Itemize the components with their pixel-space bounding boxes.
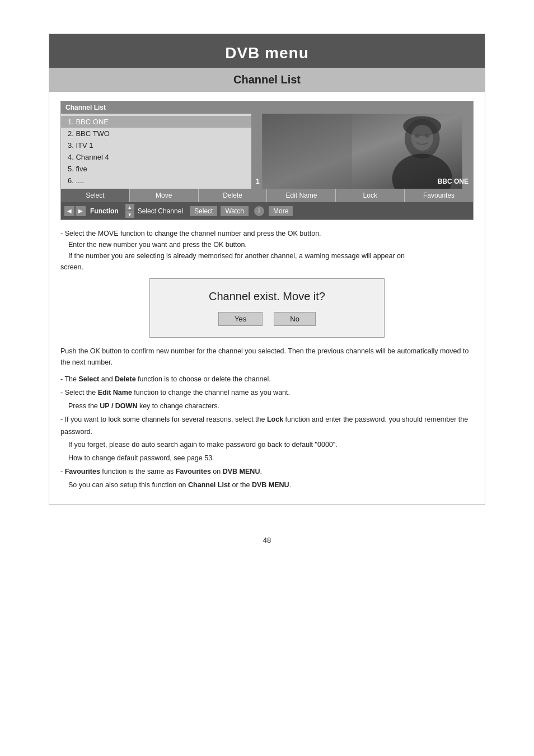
list-item[interactable]: 1. BBC ONE [61, 116, 251, 128]
channel-list-heading: Channel List [49, 73, 485, 86]
list-item[interactable]: 5. five [61, 163, 251, 175]
lr-arrows: ◀ ▶ [64, 206, 86, 216]
page-number: 48 [263, 536, 271, 544]
svg-rect-6 [262, 114, 352, 189]
channel-list-inner: 1. BBC ONE 2. BBC TWO 3. ITV 1 4. Channe… [61, 114, 473, 189]
bottom-line-1: - The Select and Delete function is to c… [60, 374, 474, 386]
list-item[interactable]: 2. BBC TWO [61, 128, 251, 139]
channel-list-label: Channel List [61, 101, 473, 114]
left-arrow-button[interactable]: ◀ [64, 206, 74, 216]
channel-list-header: Channel List [49, 68, 485, 92]
instruction-line-1: - Select the MOVE function to change the… [60, 228, 474, 239]
dvb-menu-title: DVB menu [49, 44, 485, 62]
no-button[interactable]: No [274, 312, 316, 326]
nav-select-button[interactable]: Select [190, 206, 217, 216]
yes-button[interactable]: Yes [218, 312, 263, 326]
bottom-line-6: How to change default password, see page… [60, 452, 474, 465]
down-arrow-button[interactable]: ▼ [125, 211, 134, 218]
info-button[interactable]: i [254, 206, 264, 216]
bottom-line-3: Press the UP / DOWN key to change charac… [60, 400, 474, 413]
content-area: Channel List 1. BBC ONE 2. BBC TWO 3. IT… [49, 92, 485, 504]
list-item[interactable]: 3. ITV 1 [61, 139, 251, 151]
function-bar: Select Move Delete Edit Name Lock Favour… [61, 189, 473, 202]
right-arrow-button[interactable]: ▶ [76, 206, 86, 216]
dvb-header: DVB menu [49, 34, 485, 68]
channel-preview: 1 BBC ONE [251, 114, 473, 189]
bottom-line-4: - If you want to lock some channels for … [60, 414, 474, 438]
preview-number: 1 [256, 178, 260, 185]
bottom-instructions: - The Select and Delete function is to c… [60, 374, 474, 492]
instruction-line-2: Enter the new number you want and press … [60, 239, 474, 250]
preview-channel-name: BBC ONE [438, 178, 469, 185]
more-button[interactable]: More [269, 206, 293, 216]
instruction-line-3: If the number you are selecting is alrea… [60, 250, 474, 262]
instructions-1: - Select the MOVE function to change the… [60, 228, 474, 273]
main-page: DVB menu Channel List Channel List 1. BB… [49, 34, 485, 505]
nav-watch-button[interactable]: Watch [221, 206, 249, 216]
instruction-line-4: screen. [60, 262, 474, 273]
channel-names-list: 1. BBC ONE 2. BBC TWO 3. ITV 1 4. Channe… [61, 114, 251, 189]
svg-point-7 [415, 134, 420, 138]
delete-button[interactable]: Delete [199, 189, 268, 202]
dialog-title: Channel exist. Move it? [167, 290, 367, 303]
dialog-buttons: Yes No [167, 312, 367, 326]
svg-point-5 [411, 125, 433, 151]
bottom-line-2: - Select the Edit Name function to chang… [60, 387, 474, 399]
favourites-button[interactable]: Favourites [405, 189, 473, 202]
list-item[interactable]: 6. .... [61, 175, 251, 186]
channel-list-box: Channel List 1. BBC ONE 2. BBC TWO 3. IT… [60, 101, 474, 220]
move-button[interactable]: Move [130, 189, 199, 202]
function-label: Function [90, 207, 119, 215]
nav-bar: ◀ ▶ Function ▲ ▼ Select Channel Select W… [61, 202, 473, 220]
list-item[interactable]: 4. Channel 4 [61, 151, 251, 163]
lock-button[interactable]: Lock [336, 189, 405, 202]
select-channel-label: Select Channel [138, 207, 183, 215]
ud-arrows: ▲ ▼ [125, 204, 134, 218]
bottom-line-8: So you can also setup this function on C… [60, 479, 474, 492]
channel-exist-dialog: Channel exist. Move it? Yes No [149, 278, 385, 338]
edit-name-button[interactable]: Edit Name [267, 189, 336, 202]
select-button[interactable]: Select [61, 189, 130, 202]
svg-point-8 [425, 134, 430, 138]
bottom-line-5: If you forget, please do auto search aga… [60, 439, 474, 451]
push-ok-instructions: Push the OK button to confirm new number… [60, 346, 474, 368]
bottom-line-7: - Favourites function is the same as Fav… [60, 466, 474, 478]
up-arrow-button[interactable]: ▲ [125, 204, 134, 211]
